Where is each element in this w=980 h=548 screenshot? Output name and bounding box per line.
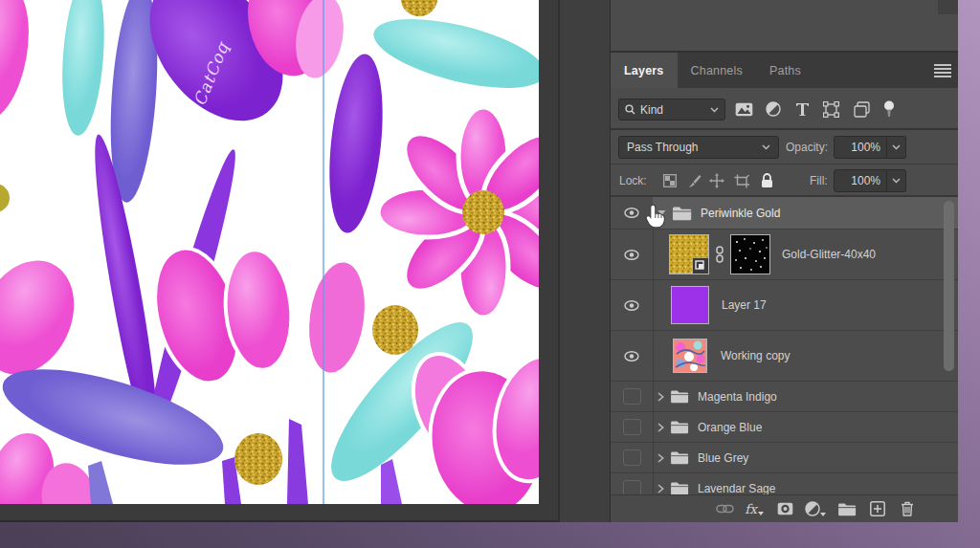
upper-panel-tab bbox=[938, 0, 958, 14]
layer-name: Working copy bbox=[721, 349, 790, 362]
layers-panel-footer: fx bbox=[611, 494, 958, 522]
photoshop-window: CatCoq bbox=[0, 0, 958, 522]
new-adjustment-icon[interactable] bbox=[803, 498, 828, 519]
layer-row-lavendar-sage[interactable]: Lavendar Sage bbox=[611, 473, 958, 494]
canvas-artwork: CatCoq bbox=[0, 0, 539, 504]
chevron-down-icon bbox=[892, 144, 901, 150]
chevron-down-icon bbox=[762, 144, 770, 150]
layers-scrollbar[interactable] bbox=[944, 201, 954, 371]
eye-icon bbox=[624, 250, 639, 260]
layer-row-periwinkle-gold[interactable]: Periwinkle Gold bbox=[611, 197, 958, 230]
opacity-input[interactable]: 100% bbox=[834, 136, 887, 159]
visibility-toggle[interactable] bbox=[611, 230, 653, 279]
smart-object-thumbnail[interactable] bbox=[669, 234, 709, 274]
fill-scrubber[interactable] bbox=[887, 169, 906, 192]
visibility-toggle[interactable] bbox=[611, 331, 653, 381]
raster-layer-thumbnail[interactable] bbox=[673, 339, 707, 373]
layer-name: Layer 17 bbox=[722, 298, 767, 312]
tab-channels[interactable]: Channels bbox=[678, 53, 756, 88]
chevron-down-icon bbox=[820, 513, 826, 516]
lock-all-icon[interactable] bbox=[754, 169, 779, 192]
layer-row-orange-blue[interactable]: Orange Blue bbox=[611, 412, 958, 443]
delete-layer-icon[interactable] bbox=[895, 498, 920, 519]
layer-name: Gold-Glitter-40x40 bbox=[782, 248, 876, 261]
layer-row-magenta-indigo[interactable]: Magenta Indigo bbox=[611, 382, 958, 412]
panel-dock: Layers Channels Paths Kind bbox=[610, 0, 958, 522]
fill-input[interactable]: 100% bbox=[834, 169, 887, 192]
layer-row-gold-glitter[interactable]: Gold-Glitter-40x40 bbox=[611, 230, 958, 280]
collapse-group-icon[interactable] bbox=[657, 209, 666, 216]
fill-label: Fill: bbox=[810, 174, 828, 187]
new-group-icon[interactable] bbox=[835, 498, 859, 519]
hidden-visibility-box bbox=[623, 480, 641, 494]
layer-name: Blue Grey bbox=[698, 451, 748, 465]
eye-icon bbox=[624, 300, 639, 311]
shape-filter-icon[interactable] bbox=[816, 98, 845, 121]
hidden-visibility-box bbox=[623, 388, 641, 405]
adjustment-filter-icon[interactable] bbox=[759, 98, 788, 121]
tab-layers[interactable]: Layers bbox=[611, 53, 678, 88]
fill-layer-thumbnail[interactable] bbox=[671, 286, 709, 324]
link-layers-icon[interactable] bbox=[712, 498, 737, 519]
chevron-down-icon bbox=[892, 178, 901, 184]
blend-row: Pass Through Opacity: 100% bbox=[611, 130, 958, 164]
group-folder-icon bbox=[670, 450, 689, 465]
visibility-toggle[interactable] bbox=[611, 280, 653, 330]
visibility-toggle[interactable] bbox=[611, 443, 653, 472]
smart-object-filter-icon[interactable] bbox=[847, 98, 876, 121]
layer-name: Periwinkle Gold bbox=[701, 207, 780, 220]
lock-row: Lock: Fill: 100% bbox=[611, 164, 958, 197]
visibility-toggle[interactable] bbox=[611, 473, 653, 494]
mask-link-icon[interactable] bbox=[715, 246, 724, 263]
chevron-down-icon bbox=[710, 107, 719, 113]
hidden-visibility-box bbox=[623, 419, 641, 435]
layer-row-working-copy[interactable]: Working copy bbox=[611, 331, 958, 382]
visibility-toggle[interactable] bbox=[611, 412, 653, 442]
expand-group-icon[interactable] bbox=[657, 484, 664, 493]
kind-filter-label: Kind bbox=[640, 103, 663, 117]
lock-position-icon[interactable] bbox=[704, 169, 729, 192]
panel-menu-icon[interactable] bbox=[934, 64, 951, 77]
eye-icon bbox=[624, 208, 639, 218]
image-filter-icon[interactable] bbox=[729, 98, 758, 121]
layer-row-layer17[interactable]: Layer 17 bbox=[611, 280, 958, 331]
lock-pixels-icon[interactable] bbox=[681, 169, 706, 192]
opacity-scrubber[interactable] bbox=[887, 136, 906, 159]
filter-row: Kind bbox=[611, 88, 958, 130]
group-folder-icon bbox=[670, 420, 689, 434]
visibility-toggle[interactable] bbox=[611, 382, 653, 411]
chevron-down-icon bbox=[758, 512, 764, 515]
new-layer-icon[interactable] bbox=[865, 498, 890, 519]
layer-name: Lavendar Sage bbox=[698, 482, 775, 495]
upper-panel bbox=[611, 0, 958, 53]
opacity-label: Opacity: bbox=[786, 141, 828, 154]
gold-dot-center bbox=[372, 305, 418, 355]
hidden-visibility-box bbox=[623, 449, 641, 466]
lock-transparency-icon[interactable] bbox=[657, 169, 682, 192]
layer-name: Orange Blue bbox=[698, 421, 762, 434]
layer-row-blue-grey[interactable]: Blue Grey bbox=[611, 443, 958, 473]
layer-name: Magenta Indigo bbox=[698, 390, 777, 404]
filter-toggle-icon[interactable] bbox=[875, 98, 903, 121]
group-folder-icon bbox=[670, 389, 689, 404]
type-filter-icon[interactable] bbox=[788, 98, 816, 121]
kind-filter-dropdown[interactable]: Kind bbox=[618, 99, 725, 121]
group-folder-icon bbox=[672, 206, 692, 221]
group-folder-icon bbox=[670, 481, 689, 494]
blend-mode-dropdown[interactable]: Pass Through bbox=[618, 136, 779, 159]
expand-group-icon[interactable] bbox=[657, 453, 664, 463]
blend-mode-value: Pass Through bbox=[627, 141, 699, 154]
lock-label: Lock: bbox=[619, 174, 647, 187]
gold-dot-left bbox=[234, 433, 282, 485]
pasteboard bbox=[560, 0, 610, 522]
lock-artboard-icon[interactable] bbox=[729, 169, 754, 192]
document-canvas[interactable]: CatCoq bbox=[0, 0, 539, 504]
expand-group-icon[interactable] bbox=[657, 423, 664, 432]
eye-icon bbox=[624, 351, 639, 362]
expand-group-icon[interactable] bbox=[657, 392, 664, 402]
layer-effects-icon[interactable]: fx bbox=[742, 498, 767, 519]
visibility-toggle[interactable] bbox=[611, 197, 653, 229]
tab-paths[interactable]: Paths bbox=[756, 53, 814, 88]
add-mask-icon[interactable] bbox=[772, 498, 797, 519]
layer-mask-thumbnail[interactable] bbox=[730, 234, 770, 274]
